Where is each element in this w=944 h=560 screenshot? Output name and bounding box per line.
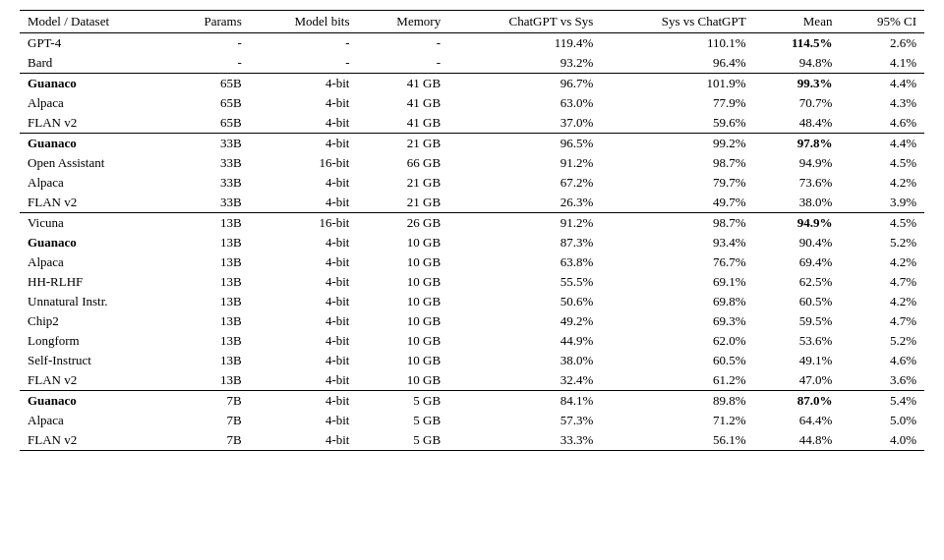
cell-sys-vs-chatgpt: 101.9% [601, 74, 753, 94]
cell-model-bits: 4-bit [250, 272, 358, 292]
cell-chatgpt-vs-sys: 84.1% [448, 391, 601, 412]
cell-mean: 99.3% [754, 74, 841, 94]
cell-params: 33B [168, 173, 250, 193]
cell-chatgpt-vs-sys: 38.0% [448, 351, 601, 370]
cell-ci95: 4.4% [840, 134, 924, 154]
cell-params: 13B [168, 311, 250, 331]
cell-params: 65B [168, 93, 250, 113]
cell-chatgpt-vs-sys: 63.8% [448, 252, 601, 272]
cell-sys-vs-chatgpt: 62.0% [601, 331, 753, 351]
cell-memory: 10 GB [357, 272, 448, 292]
cell-model-bits: 4-bit [250, 391, 358, 412]
cell-mean: 94.9% [754, 213, 841, 234]
col-header-memory: Memory [357, 11, 448, 33]
cell-model-bits: 4-bit [250, 233, 358, 252]
table-row: Unnatural Instr.13B4-bit10 GB50.6%69.8%6… [20, 292, 924, 311]
cell-sys-vs-chatgpt: 71.2% [601, 411, 753, 430]
cell-sys-vs-chatgpt: 69.1% [601, 272, 753, 292]
table-row: Guanaco7B4-bit5 GB84.1%89.8%87.0%5.4% [20, 391, 924, 412]
cell-params: 33B [168, 153, 250, 173]
cell-model-bits: 4-bit [250, 311, 358, 331]
cell-chatgpt-vs-sys: 119.4% [448, 33, 601, 54]
cell-memory: 10 GB [357, 292, 448, 311]
cell-memory: 10 GB [357, 331, 448, 351]
cell-memory: 10 GB [357, 351, 448, 370]
header-row: Model / Dataset Params Model bits Memory… [20, 11, 924, 33]
cell-chatgpt-vs-sys: 32.4% [448, 370, 601, 391]
cell-ci95: 4.6% [840, 351, 924, 370]
cell-model-bits: 4-bit [250, 351, 358, 370]
cell-params: 13B [168, 331, 250, 351]
cell-memory: 41 GB [357, 113, 448, 134]
cell-mean: 47.0% [754, 370, 841, 391]
cell-model: FLAN v2 [20, 193, 168, 213]
cell-ci95: 5.4% [840, 391, 924, 412]
cell-chatgpt-vs-sys: 50.6% [448, 292, 601, 311]
cell-chatgpt-vs-sys: 93.2% [448, 53, 601, 74]
cell-params: 33B [168, 134, 250, 154]
cell-params: 65B [168, 74, 250, 94]
cell-model: FLAN v2 [20, 370, 168, 391]
cell-memory: 66 GB [357, 153, 448, 173]
cell-sys-vs-chatgpt: 98.7% [601, 153, 753, 173]
cell-model: Alpaca [20, 411, 168, 430]
cell-model: FLAN v2 [20, 113, 168, 134]
cell-ci95: 5.2% [840, 233, 924, 252]
cell-memory: - [357, 53, 448, 74]
cell-sys-vs-chatgpt: 69.8% [601, 292, 753, 311]
cell-ci95: 5.0% [840, 411, 924, 430]
cell-params: - [168, 33, 250, 54]
table-row: Guanaco33B4-bit21 GB96.5%99.2%97.8%4.4% [20, 134, 924, 154]
table-row: Vicuna13B16-bit26 GB91.2%98.7%94.9%4.5% [20, 213, 924, 234]
cell-model: Vicuna [20, 213, 168, 234]
cell-mean: 87.0% [754, 391, 841, 412]
cell-mean: 53.6% [754, 331, 841, 351]
cell-sys-vs-chatgpt: 76.7% [601, 252, 753, 272]
cell-model: Guanaco [20, 134, 168, 154]
cell-model: Bard [20, 53, 168, 74]
cell-mean: 59.5% [754, 311, 841, 331]
cell-chatgpt-vs-sys: 96.5% [448, 134, 601, 154]
cell-mean: 48.4% [754, 113, 841, 134]
cell-ci95: 4.7% [840, 311, 924, 331]
cell-sys-vs-chatgpt: 61.2% [601, 370, 753, 391]
cell-model: HH-RLHF [20, 272, 168, 292]
table-row: Guanaco13B4-bit10 GB87.3%93.4%90.4%5.2% [20, 233, 924, 252]
cell-chatgpt-vs-sys: 44.9% [448, 331, 601, 351]
cell-mean: 38.0% [754, 193, 841, 213]
cell-sys-vs-chatgpt: 49.7% [601, 193, 753, 213]
cell-model-bits: 16-bit [250, 153, 358, 173]
cell-ci95: 3.9% [840, 193, 924, 213]
table-row: FLAN v27B4-bit5 GB33.3%56.1%44.8%4.0% [20, 430, 924, 451]
cell-model-bits: 4-bit [250, 134, 358, 154]
cell-sys-vs-chatgpt: 110.1% [601, 33, 753, 54]
cell-memory: 41 GB [357, 74, 448, 94]
cell-model: Open Assistant [20, 153, 168, 173]
cell-sys-vs-chatgpt: 93.4% [601, 233, 753, 252]
cell-params: 13B [168, 213, 250, 234]
cell-memory: 21 GB [357, 193, 448, 213]
cell-mean: 64.4% [754, 411, 841, 430]
cell-model-bits: 4-bit [250, 292, 358, 311]
cell-model-bits: 4-bit [250, 93, 358, 113]
cell-model: Longform [20, 331, 168, 351]
cell-params: 13B [168, 292, 250, 311]
cell-mean: 69.4% [754, 252, 841, 272]
cell-ci95: 4.6% [840, 113, 924, 134]
cell-model-bits: 4-bit [250, 173, 358, 193]
table-row: FLAN v233B4-bit21 GB26.3%49.7%38.0%3.9% [20, 193, 924, 213]
cell-sys-vs-chatgpt: 79.7% [601, 173, 753, 193]
cell-ci95: 4.5% [840, 213, 924, 234]
cell-model: GPT-4 [20, 33, 168, 54]
table-row: FLAN v265B4-bit41 GB37.0%59.6%48.4%4.6% [20, 113, 924, 134]
cell-model-bits: 4-bit [250, 370, 358, 391]
cell-model: Guanaco [20, 233, 168, 252]
cell-mean: 62.5% [754, 272, 841, 292]
cell-params: 13B [168, 233, 250, 252]
cell-model: Alpaca [20, 173, 168, 193]
cell-params: 13B [168, 272, 250, 292]
cell-sys-vs-chatgpt: 69.3% [601, 311, 753, 331]
cell-model-bits: 4-bit [250, 411, 358, 430]
col-header-mean: Mean [754, 11, 841, 33]
cell-sys-vs-chatgpt: 99.2% [601, 134, 753, 154]
